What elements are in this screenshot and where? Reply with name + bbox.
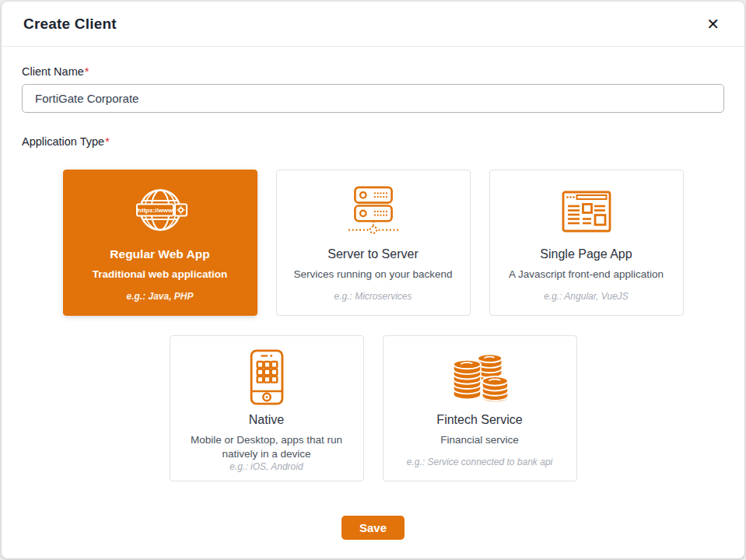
card-example: e.g.: iOS, Android: [229, 461, 303, 472]
card-description: Financial service: [440, 433, 519, 447]
dialog-title: Create Client: [23, 16, 117, 33]
application-type-label-text: Application Type: [22, 135, 104, 148]
card-regular-web-app[interactable]: https://www Regular Web App Traditional …: [63, 170, 257, 316]
browser-icon: [562, 186, 611, 237]
close-icon: ✕: [706, 16, 720, 33]
dialog-body: Client Name* Application Type* https://w…: [2, 47, 744, 558]
card-title: Single Page App: [540, 247, 632, 261]
phone-icon: [249, 352, 285, 403]
coins-icon: [450, 352, 510, 403]
required-asterisk: *: [105, 135, 110, 148]
card-title: Server to Server: [327, 247, 418, 261]
application-type-cards-row-1: https://www Regular Web App Traditional …: [22, 170, 724, 316]
card-server-to-server[interactable]: Server to Server Services running on you…: [276, 170, 471, 316]
save-button[interactable]: Save: [341, 516, 405, 540]
card-description: Services running on your backend: [293, 268, 452, 282]
close-button[interactable]: ✕: [703, 13, 723, 35]
required-asterisk: *: [85, 65, 89, 78]
dialog-footer: Save: [22, 516, 724, 540]
card-description: Traditional web application: [93, 268, 227, 282]
client-name-label: Client Name*: [22, 65, 724, 78]
create-client-dialog: Create Client ✕ Client Name* Application…: [2, 2, 744, 558]
card-example: e.g.: Java, PHP: [126, 291, 193, 302]
card-native[interactable]: Native Mobile or Desktop, apps that run …: [170, 335, 364, 481]
application-type-label: Application Type*: [22, 135, 724, 148]
card-example: e.g.: Angular, VueJS: [544, 291, 629, 302]
card-fintech-service[interactable]: Fintech Service Financial service e.g.: …: [383, 335, 577, 481]
card-title: Fintech Service: [436, 413, 522, 427]
dialog-header: Create Client ✕: [2, 2, 744, 47]
globe-icon: https://www: [131, 186, 189, 237]
client-name-input[interactable]: [22, 84, 724, 113]
application-type-cards-row-2: Native Mobile or Desktop, apps that run …: [22, 335, 724, 481]
server-icon: [343, 186, 404, 237]
card-example: e.g.: Service connected to bank api: [407, 457, 552, 467]
card-single-page-app[interactable]: Single Page App A Javascript front-end a…: [489, 170, 684, 316]
globe-icon-url-text: https://www: [137, 207, 173, 214]
card-title: Regular Web App: [110, 247, 209, 261]
card-description: A Javascript front-end application: [509, 268, 664, 282]
card-title: Native: [249, 413, 284, 427]
card-example: e.g.: Microservices: [334, 291, 412, 302]
card-description: Mobile or Desktop, apps that run nativel…: [183, 433, 351, 461]
client-name-label-text: Client Name: [22, 65, 84, 78]
